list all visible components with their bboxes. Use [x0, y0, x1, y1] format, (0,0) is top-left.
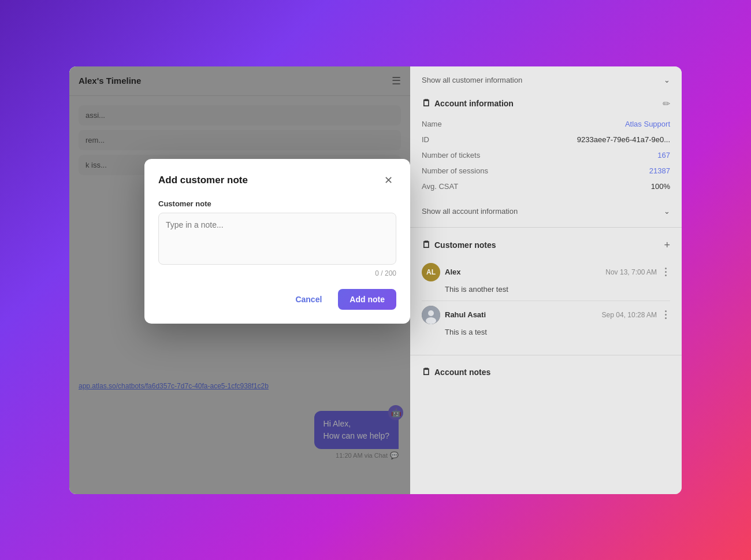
note-item-rahul: Rahul Asati Sep 04, 10:28 AM This is a t… — [422, 301, 670, 343]
divider-1 — [410, 227, 682, 228]
svg-point-1 — [428, 310, 434, 316]
avatar-alex: AL — [422, 263, 440, 281]
add-customer-note-button[interactable]: + — [664, 239, 670, 251]
account-info-header: 🗒 Account information ✏ — [422, 98, 670, 109]
tickets-value[interactable]: 167 — [657, 151, 670, 160]
info-row-tickets: Number of tickets 167 — [422, 147, 670, 163]
show-account-info-label: Show all account information — [422, 207, 518, 216]
account-notes-section: 🗒 Account notes — [410, 360, 682, 391]
name-value[interactable]: Atlas Support — [625, 120, 670, 128]
note-author-row-rahul: Rahul Asati — [422, 306, 486, 324]
customer-notes-section: 🗒 Customer notes + AL Alex Nov 13, 7:00 … — [410, 232, 682, 350]
name-label: Name — [422, 120, 442, 128]
info-row-name: Name Atlas Support — [422, 116, 670, 132]
note-date-alex: Nov 13, 7:00 AM — [605, 268, 657, 276]
note-author-row-alex: AL Alex — [422, 263, 460, 281]
info-row-sessions: Number of sessions 21387 — [422, 163, 670, 179]
info-row-id: ID 9233aee7-79e6-41a7-9e0... — [422, 132, 670, 147]
info-row-csat: Avg. CSAT 100% — [422, 179, 670, 194]
note-header-alex: AL Alex Nov 13, 7:00 AM — [422, 263, 670, 281]
note-item-alex: AL Alex Nov 13, 7:00 AM This is another … — [422, 258, 670, 301]
account-information-section: 🗒 Account information ✏ Name Atlas Suppo… — [410, 91, 682, 201]
account-info-icon: 🗒 — [422, 98, 431, 109]
show-customer-info-label: Show all customer information — [422, 76, 522, 84]
customer-notes-title: 🗒 Customer notes — [422, 240, 496, 250]
note-text-alex: This is another test — [422, 285, 670, 294]
account-notes-icon: 🗒 — [422, 367, 431, 377]
sessions-label: Number of sessions — [422, 166, 488, 175]
modal-title: Add customer note — [158, 175, 248, 186]
csat-label: Avg. CSAT — [422, 182, 458, 191]
char-count: 0 / 200 — [158, 269, 396, 277]
note-menu-alex[interactable] — [661, 265, 670, 279]
right-panel: Show all customer information ⌄ 🗒 Accoun… — [410, 66, 682, 494]
sessions-value[interactable]: 21387 — [649, 166, 670, 175]
show-all-customer-info-bar[interactable]: Show all customer information ⌄ — [410, 73, 682, 91]
id-value: 9233aee7-79e6-41a7-9e0... — [577, 135, 670, 144]
tickets-label: Number of tickets — [422, 151, 480, 160]
divider-2 — [410, 355, 682, 355]
app-container: Alex's Timeline ☰ assi... rem... k iss..… — [69, 66, 682, 494]
customer-note-textarea[interactable] — [158, 213, 396, 265]
modal-close-button[interactable]: ✕ — [381, 173, 396, 188]
show-all-account-info-bar[interactable]: Show all account information ⌄ — [410, 202, 682, 222]
svg-point-2 — [426, 317, 436, 324]
chevron-down-icon: ⌄ — [664, 76, 670, 84]
note-date-rahul: Sep 04, 10:28 AM — [602, 311, 657, 319]
account-notes-header: 🗒 Account notes — [422, 367, 670, 377]
avatar-rahul — [422, 306, 440, 324]
edit-icon[interactable]: ✏ — [663, 98, 670, 109]
add-customer-note-modal: Add customer note ✕ Customer note 0 / 20… — [144, 159, 410, 324]
id-label: ID — [422, 135, 429, 144]
add-note-button[interactable]: Add note — [338, 289, 396, 310]
note-author-name-rahul: Rahul Asati — [445, 310, 486, 319]
customer-notes-header: 🗒 Customer notes + — [422, 239, 670, 251]
note-author-name-alex: Alex — [445, 268, 460, 276]
chevron-down-account-icon: ⌄ — [664, 207, 670, 216]
account-notes-title: 🗒 Account notes — [422, 367, 490, 377]
customer-notes-icon: 🗒 — [422, 240, 431, 250]
modal-actions: Cancel Add note — [158, 289, 396, 310]
modal-overlay: Add customer note ✕ Customer note 0 / 20… — [69, 66, 410, 494]
account-info-title: 🗒 Account information — [422, 98, 514, 109]
note-menu-rahul[interactable] — [661, 308, 670, 321]
modal-header: Add customer note ✕ — [158, 173, 396, 188]
customer-note-label: Customer note — [158, 199, 396, 208]
csat-value: 100% — [651, 182, 670, 191]
note-text-rahul: This is a test — [422, 328, 670, 336]
note-header-rahul: Rahul Asati Sep 04, 10:28 AM — [422, 306, 670, 324]
left-panel: Alex's Timeline ☰ assi... rem... k iss..… — [69, 66, 410, 494]
cancel-button[interactable]: Cancel — [286, 290, 331, 309]
